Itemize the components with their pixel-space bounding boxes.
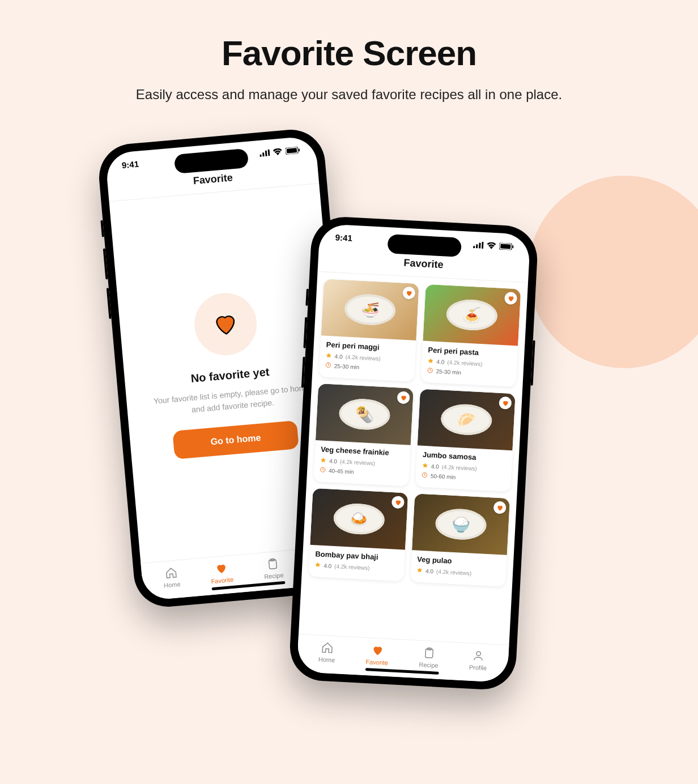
recipe-rating: 4.0 [324, 563, 331, 569]
recipe-rating: 4.0 [436, 359, 444, 365]
nav-recipe[interactable]: Recipe [419, 646, 439, 669]
svg-rect-15 [500, 244, 510, 249]
favorite-toggle[interactable] [504, 292, 517, 305]
empty-state-title: No favorite yet [190, 365, 270, 385]
heart-icon [394, 498, 402, 506]
star-icon [320, 457, 327, 465]
status-icons [473, 241, 514, 250]
clock-icon [320, 466, 326, 474]
recipe-name: Veg cheese frainkie [321, 445, 405, 458]
recipe-rating: 4.0 [334, 353, 342, 360]
favorite-toggle[interactable] [493, 501, 507, 514]
empty-state-heart-badge [192, 290, 259, 357]
recipe-card[interactable]: 🍚 Veg pulao 4.0 (4.2k reviews) [410, 493, 510, 587]
recipe-time: 40-45 min [329, 467, 354, 475]
svg-rect-1 [262, 152, 265, 156]
nav-favorite[interactable]: Favorite [210, 561, 234, 585]
recipe-reviews: (4.2k reviews) [340, 458, 376, 466]
recipe-name: Peri peri maggi [326, 340, 410, 353]
decorative-circle [528, 176, 698, 368]
recipe-name: Jumbo samosa [423, 450, 507, 463]
recipe-card[interactable]: 🥟 Jumbo samosa 4.0 (4.2k reviews) 50-60 … [415, 389, 516, 492]
nav-recipe-label: Recipe [264, 572, 284, 580]
star-icon [325, 352, 332, 360]
svg-rect-3 [268, 149, 270, 156]
heart-icon [399, 394, 407, 402]
svg-rect-6 [299, 148, 300, 151]
status-time: 9:41 [335, 232, 352, 243]
nav-favorite-label: Favorite [365, 658, 388, 666]
heart-icon [501, 399, 509, 407]
svg-rect-0 [259, 154, 261, 156]
profile-icon [472, 649, 485, 662]
cellular-icon [473, 241, 484, 249]
nav-favorite-label: Favorite [211, 576, 234, 585]
recipe-thumbnail: 🍝 [423, 284, 521, 346]
nav-profile[interactable]: Profile [469, 649, 488, 672]
recipe-reviews: (4.2k reviews) [447, 359, 483, 367]
clock-icon [325, 362, 332, 370]
status-time: 9:41 [121, 159, 139, 171]
heart-icon [507, 295, 515, 302]
recipe-name: Veg pulao [417, 555, 501, 568]
recipe-time: 25-30 min [334, 363, 360, 370]
recipe-time: 25-30 min [436, 368, 461, 376]
wifi-icon [273, 148, 283, 155]
heart-icon [371, 644, 384, 657]
recipe-card[interactable]: 🍝 Peri peri pasta 4.0 (4.2k reviews) 25-… [421, 284, 521, 387]
wifi-icon [487, 242, 496, 249]
favorite-toggle[interactable] [402, 287, 415, 300]
nav-home[interactable]: Home [162, 566, 181, 589]
heart-icon [211, 310, 240, 338]
star-icon [314, 561, 321, 569]
clipboard-icon [266, 557, 280, 571]
svg-rect-5 [287, 148, 297, 154]
recipe-thumbnail: 🍛 [310, 488, 408, 550]
recipe-card[interactable]: 🍛 Bombay pav bhaji 4.0 (4.2k reviews) [308, 488, 408, 582]
battery-icon [285, 146, 300, 154]
recipe-thumbnail: 🍚 [412, 493, 510, 555]
heart-icon [496, 504, 504, 512]
clock-icon [427, 367, 433, 375]
nav-favorite[interactable]: Favorite [365, 644, 389, 666]
recipe-rating: 4.0 [431, 463, 439, 470]
battery-icon [499, 242, 514, 250]
svg-rect-16 [512, 245, 513, 248]
recipe-rating: 4.0 [329, 458, 337, 465]
phone-mock-grid: 9:41 Favorite 🍜 Peri peri maggi 4.0 (4.2… [288, 215, 539, 691]
star-icon [422, 462, 429, 470]
recipe-reviews: (4.2k reviews) [334, 563, 370, 571]
clock-icon [422, 472, 428, 480]
clipboard-icon [423, 646, 436, 659]
recipe-card[interactable]: 🌯 Veg cheese frainkie 4.0 (4.2k reviews)… [313, 384, 414, 487]
recipe-card[interactable]: 🍜 Peri peri maggi 4.0 (4.2k reviews) 25-… [319, 279, 419, 382]
nav-profile-label: Profile [469, 664, 487, 672]
recipe-reviews: (4.2k reviews) [436, 568, 472, 576]
heart-icon [405, 289, 413, 297]
nav-recipe[interactable]: Recipe [263, 557, 284, 580]
star-icon [427, 357, 434, 365]
svg-rect-12 [479, 242, 481, 248]
svg-rect-11 [476, 244, 478, 248]
nav-recipe-label: Recipe [419, 661, 439, 669]
page-title: Favorite Screen [0, 33, 698, 73]
recipe-name: Peri peri pasta [428, 346, 512, 359]
svg-point-23 [476, 651, 481, 656]
page-subtitle: Easily access and manage your saved favo… [0, 87, 698, 103]
favorite-toggle[interactable] [391, 496, 405, 509]
favorite-toggle[interactable] [499, 397, 512, 410]
go-to-home-button[interactable]: Go to home [172, 420, 299, 459]
status-icons [259, 146, 301, 156]
empty-state-subtitle: Your favorite list is empty, please go t… [147, 381, 318, 419]
svg-rect-13 [482, 241, 484, 248]
cellular-icon [259, 149, 270, 157]
nav-home-label: Home [318, 656, 335, 664]
star-icon [416, 567, 423, 575]
home-icon [321, 641, 334, 654]
favorite-toggle[interactable] [397, 391, 410, 404]
recipe-name: Bombay pav bhaji [315, 549, 399, 563]
svg-rect-10 [473, 246, 475, 248]
nav-home[interactable]: Home [318, 641, 336, 663]
heart-icon [215, 562, 228, 576]
recipe-thumbnail: 🍜 [321, 279, 419, 340]
